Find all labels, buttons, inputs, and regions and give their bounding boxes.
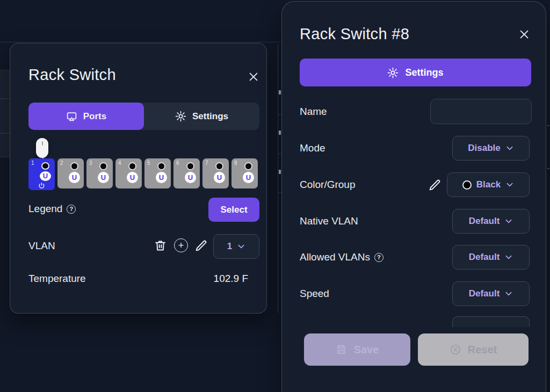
settings-button-label: Settings xyxy=(405,67,443,78)
tab-label: Settings xyxy=(192,111,228,122)
port-tile-1[interactable]: 1 U xyxy=(28,158,55,190)
port-untagged-badge: U xyxy=(243,172,254,183)
chevron-down-icon xyxy=(504,217,513,226)
name-input[interactable] xyxy=(430,99,532,124)
port-tile-8[interactable]: 8 U xyxy=(231,158,258,188)
port-number: 4 xyxy=(118,160,121,166)
vlan-dropdown[interactable]: 1 xyxy=(213,234,259,259)
temperature-label: Temperature xyxy=(28,273,86,285)
port-untagged-badge: U xyxy=(69,172,80,183)
tab-ports[interactable]: Ports xyxy=(28,103,144,130)
chevron-down-icon xyxy=(504,253,513,262)
port-untagged-badge: U xyxy=(127,172,138,183)
port-number: 7 xyxy=(205,160,208,166)
port-untagged-badge: U xyxy=(156,172,167,183)
port-number: 5 xyxy=(147,160,150,166)
chevron-down-icon xyxy=(504,289,513,298)
tab-label: Ports xyxy=(83,111,106,122)
port-tile-5[interactable]: 5 U xyxy=(144,158,171,188)
help-icon[interactable]: ? xyxy=(374,253,383,262)
port-led-icon xyxy=(70,162,78,170)
tab-settings[interactable]: Settings xyxy=(144,103,259,130)
airplay-icon xyxy=(66,111,77,122)
color-group-dropdown[interactable]: Black xyxy=(447,172,530,197)
temperature-value: 102.9 F xyxy=(214,273,248,285)
allowed-vlans-label: Allowed VLANs ? xyxy=(300,251,383,263)
background-header-divider xyxy=(0,42,281,42)
port-tile-2[interactable]: 2 U xyxy=(57,158,84,188)
vlan-selected-value: 1 xyxy=(227,241,232,252)
color-group-label: Color/Group xyxy=(300,179,356,191)
port-tile-6[interactable]: 6 U xyxy=(173,158,200,188)
reset-button-label: Reset xyxy=(468,344,497,356)
app-screen: Rack Switch Ports Settings 1 U 2 xyxy=(0,0,550,392)
speed-dropdown[interactable]: Default xyxy=(452,281,530,306)
rack-switch-dialog: Rack Switch Ports Settings 1 U 2 xyxy=(10,43,267,314)
color-selected-value: Black xyxy=(476,179,501,190)
chevron-down-icon xyxy=(505,144,514,153)
allowed-vlans-dropdown[interactable]: Default xyxy=(452,245,530,270)
port-number: 6 xyxy=(176,160,179,166)
background-table-edge xyxy=(278,44,278,313)
save-button[interactable]: Save xyxy=(304,333,410,366)
mouse-cursor-graphic xyxy=(36,138,48,158)
port-tile-3[interactable]: 3 U xyxy=(86,158,113,188)
port-untagged-badge: U xyxy=(40,171,51,181)
speed-label: Speed xyxy=(300,288,329,300)
mode-dropdown[interactable]: Disable xyxy=(452,136,530,161)
dialog-title: Rack Switch xyxy=(28,66,116,84)
save-button-label: Save xyxy=(354,344,379,356)
port-number: 1 xyxy=(31,160,34,166)
background-text-fragment xyxy=(547,168,549,169)
help-icon[interactable]: ? xyxy=(67,205,76,214)
background-sidebar-row xyxy=(0,133,10,157)
close-icon[interactable] xyxy=(247,70,260,84)
port-number: 2 xyxy=(60,160,63,166)
close-icon[interactable] xyxy=(517,27,531,41)
port-led-icon xyxy=(244,162,252,170)
panel-footer: Save Reset xyxy=(283,327,545,392)
reset-button[interactable]: Reset xyxy=(418,333,529,366)
chevron-down-icon xyxy=(505,180,514,189)
port-tile-7[interactable]: 7 U xyxy=(202,158,229,188)
pencil-icon[interactable] xyxy=(428,178,442,192)
background-text-fragment xyxy=(547,125,549,126)
save-icon xyxy=(336,344,348,355)
background-sidebar-row xyxy=(0,99,10,133)
port-led-icon xyxy=(215,162,223,170)
power-icon xyxy=(38,182,46,190)
port-number: 8 xyxy=(234,160,237,166)
mode-label: Mode xyxy=(300,142,325,154)
panel-title: Rack Switch #8 xyxy=(300,25,409,43)
trash-icon[interactable] xyxy=(154,239,167,252)
native-vlan-dropdown[interactable]: Default xyxy=(452,209,530,234)
background-sidebar-row xyxy=(0,70,10,99)
rack-switch-detail-panel: Rack Switch #8 Settings Name Mode Disabl… xyxy=(281,1,546,392)
allowed-vlans-selected-value: Default xyxy=(469,252,500,263)
native-vlan-selected-value: Default xyxy=(469,216,500,227)
select-button[interactable]: Select xyxy=(208,198,259,222)
settings-button[interactable]: Settings xyxy=(300,59,531,86)
add-vlan-icon[interactable]: + xyxy=(174,238,188,252)
background-table-separator xyxy=(278,154,281,154)
port-untagged-badge: U xyxy=(214,172,225,183)
vlan-label: VLAN xyxy=(28,240,55,252)
background-text-fragment xyxy=(279,130,281,135)
pencil-icon[interactable] xyxy=(194,239,208,252)
name-label: Name xyxy=(300,106,327,118)
circle-x-icon xyxy=(450,344,461,355)
background-text-fragment xyxy=(279,90,281,95)
port-number: 3 xyxy=(89,160,92,166)
clipped-dropdown xyxy=(452,316,530,328)
port-led-icon xyxy=(186,162,194,170)
port-tile-4[interactable]: 4 U xyxy=(115,158,142,188)
speed-selected-value: Default xyxy=(469,288,500,299)
native-vlan-label: Native VLAN xyxy=(300,215,358,227)
ports-settings-tabs: Ports Settings xyxy=(28,103,259,130)
port-led-icon xyxy=(41,162,49,170)
mode-selected-value: Disable xyxy=(468,143,500,154)
port-led-icon xyxy=(157,162,165,170)
port-led-icon xyxy=(99,162,107,170)
color-swatch-black xyxy=(462,180,472,190)
chevron-down-icon xyxy=(237,242,245,251)
